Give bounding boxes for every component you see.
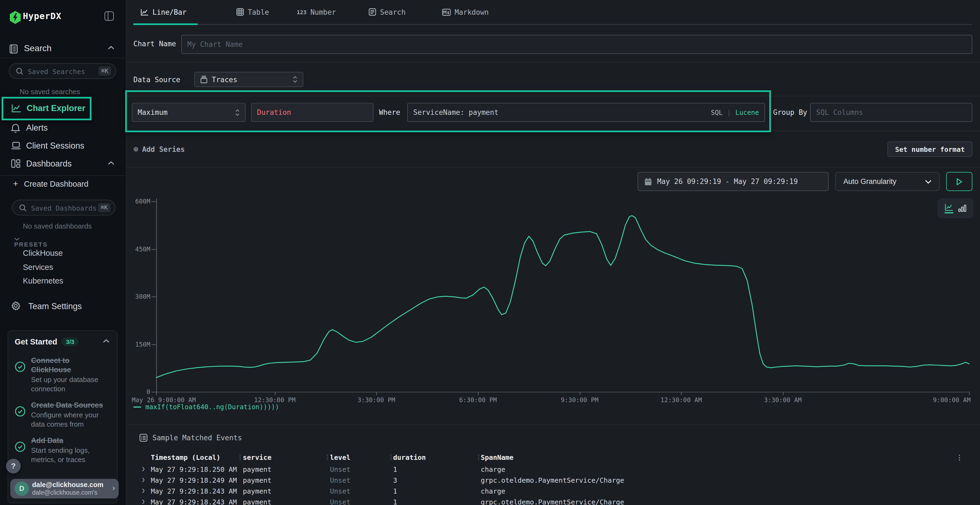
granularity-value: Auto Granularity	[843, 178, 896, 186]
add-series-button[interactable]: ⊕ Add Series	[134, 144, 185, 154]
lucene-toggle[interactable]: Lucene	[735, 108, 759, 116]
sidebar-preset-kubernetes[interactable]: Kubernetes	[23, 276, 63, 287]
events-column-header[interactable]: SpanName	[481, 453, 514, 462]
get-started-item[interactable]: Add Data Start sending logs, metrics, or…	[15, 436, 111, 464]
get-started-header[interactable]: Get Started3/3	[15, 337, 111, 349]
tab-line-bar[interactable]: Line/Bar	[134, 0, 194, 24]
presets-label: PRESETS	[14, 241, 48, 248]
sidebar-item-alerts[interactable]: Alerts	[0, 120, 126, 135]
group-by-input[interactable]: SQL Columns	[810, 103, 972, 122]
events-column-header[interactable]: service	[243, 453, 271, 462]
sample-events-panel: Sample Matched Events Timestamp (Local)s…	[126, 424, 980, 505]
saved-searches-input[interactable]: Saved Searches ⌘K	[9, 63, 116, 79]
saved-dashboards-placeholder: Saved Dashboards	[31, 204, 97, 212]
sidebar-item-search[interactable]: Search	[0, 41, 126, 57]
row-expand-chevron-icon[interactable]: ❯	[142, 487, 145, 494]
chart-name-input[interactable]: My Chart Name	[181, 35, 972, 54]
query-language-toggle: SQL | Lucene	[711, 108, 759, 116]
x-tick-label: 3:30:00 AM	[764, 396, 802, 404]
table-cell: charge	[481, 487, 505, 495]
get-started-item[interactable]: Create Data Sources Configure where your…	[15, 400, 111, 429]
events-column-header[interactable]: Timestamp (Local)	[151, 453, 221, 462]
sidebar-item-dashboards[interactable]: Dashboards	[0, 156, 126, 172]
where-input[interactable]: ServiceName: payment SQL | Lucene	[407, 103, 765, 122]
chevron-down-icon	[925, 179, 932, 184]
table-row[interactable]: ❯May 27 9:29:18.243 AMpaymentUnset1grpc.…	[126, 497, 980, 505]
tab-table[interactable]: Table	[229, 0, 276, 24]
row-expand-chevron-icon[interactable]: ❯	[142, 465, 145, 472]
y-tick-label: 300M	[126, 293, 150, 300]
data-source-select[interactable]: Traces	[194, 72, 303, 87]
date-range-picker[interactable]: May 26 09:29:19 - May 27 09:29:19	[638, 172, 829, 191]
column-resize-grip[interactable]: ⋮	[475, 453, 482, 461]
avatar: D	[15, 481, 29, 496]
sidebar: HyperDX Search Saved Searches ⌘K No save…	[0, 0, 126, 505]
line-chart-plot[interactable]	[156, 201, 969, 392]
sidebar-preset-services[interactable]: Services	[23, 262, 53, 273]
x-tick-label: 9:00:00 AM	[933, 396, 971, 404]
sidebar-item-label: Chart Explorer	[27, 103, 85, 113]
column-resize-grip[interactable]: ⋮	[388, 453, 394, 461]
tab-label: Line/Bar	[153, 8, 186, 16]
add-series-label: Add Series	[142, 145, 185, 153]
series-row: Maximum Duration Where ServiceName: paym…	[126, 96, 980, 131]
y-tick-mark	[151, 344, 156, 345]
saved-dashboards-input[interactable]: Saved Dashboards ⌘K	[12, 200, 115, 216]
chart-x-axis	[156, 392, 969, 392]
get-started-item[interactable]: Connect to ClickHouse Set up your databa…	[15, 356, 111, 394]
events-menu-icon[interactable]: ⋮	[956, 453, 963, 462]
x-tick-label: 6:30:00 PM	[459, 396, 497, 404]
line-chart-icon	[140, 8, 149, 16]
field-input[interactable]: Duration	[251, 103, 374, 122]
table-cell: May 27 9:29:18.250 AM	[151, 465, 237, 473]
aggregation-select[interactable]: Maximum	[132, 103, 245, 122]
check-circle-icon	[15, 356, 25, 394]
sidebar-item-client-sessions[interactable]: Client Sessions	[0, 138, 126, 154]
hyperdx-chart-explorer-page: HyperDX Search Saved Searches ⌘K No save…	[0, 0, 980, 505]
sidebar-preset-clickhouse[interactable]: ClickHouse	[23, 249, 63, 260]
sidebar-item-team-settings[interactable]: Team Settings	[0, 299, 126, 314]
sql-toggle[interactable]: SQL	[711, 108, 722, 116]
granularity-select[interactable]: Auto Granularity	[835, 172, 940, 191]
table-cell: grpc.oteldemo.PaymentService/Charge	[481, 498, 624, 505]
row-expand-chevron-icon[interactable]: ❯	[142, 476, 145, 483]
table-cell: Unset	[330, 465, 350, 473]
chevron-up-icon	[108, 46, 115, 50]
list-icon	[139, 434, 148, 442]
y-tick-label: 450M	[126, 245, 150, 253]
row-expand-chevron-icon[interactable]: ❯	[142, 498, 145, 505]
set-number-format-button[interactable]: Set number format	[888, 141, 972, 157]
user-menu-chip[interactable]: D dale@clickhouse.com dale@clickhouse.co…	[10, 479, 119, 499]
events-column-header[interactable]: level	[330, 453, 350, 462]
search-icon	[16, 67, 24, 75]
table-row[interactable]: ❯May 27 9:29:18.249 AMpaymentUnset3grpc.…	[126, 475, 980, 486]
set-number-format-label: Set number format	[895, 145, 965, 153]
presets-section-header[interactable]: PRESETS	[14, 237, 48, 248]
column-resize-grip[interactable]: ⋮	[324, 453, 331, 461]
tab-number[interactable]: 123 Number	[290, 0, 343, 24]
table-row[interactable]: ❯May 27 9:29:18.250 AMpaymentUnset1charg…	[126, 464, 980, 475]
table-cell: May 27 9:29:18.243 AM	[151, 498, 237, 505]
sidebar-collapse-icon[interactable]	[105, 11, 114, 21]
get-started-progress-badge: 3/3	[62, 337, 79, 346]
logo-row: HyperDX	[0, 9, 126, 26]
get-started-item-title: Connect to ClickHouse	[31, 356, 111, 375]
chevron-up-icon	[108, 161, 115, 165]
table-cell: 1	[393, 465, 397, 473]
where-label: Where	[379, 108, 400, 116]
select-chevrons-icon	[235, 108, 240, 116]
events-column-header[interactable]: duration	[393, 453, 426, 462]
column-resize-grip[interactable]: ⋮	[237, 453, 243, 461]
table-row[interactable]: ❯May 27 9:29:18.243 AMpaymentUnset1charg…	[126, 486, 980, 497]
sample-events-header[interactable]: Sample Matched Events	[126, 433, 980, 443]
search-journal-icon	[9, 44, 19, 54]
x-tick-label: 9:30:00 PM	[561, 396, 599, 404]
tab-search[interactable]: Search	[361, 0, 413, 24]
create-dashboard-button[interactable]: + Create Dashboard	[0, 178, 126, 191]
run-query-button[interactable]	[946, 172, 972, 191]
help-button[interactable]: ?	[6, 459, 21, 473]
laptop-icon	[11, 141, 21, 150]
tab-markdown[interactable]: Markdown	[435, 0, 496, 24]
events-column-header-row: Timestamp (Local)serviceleveldurationSpa…	[126, 453, 980, 463]
sidebar-item-chart-explorer[interactable]: Chart Explorer	[2, 97, 91, 120]
